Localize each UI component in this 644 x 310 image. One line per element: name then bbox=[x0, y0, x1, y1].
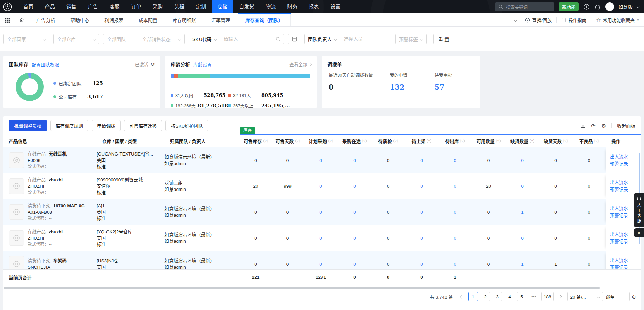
country-filter-select[interactable]: 全部国家 bbox=[3, 34, 49, 44]
value-cell-计划采购[interactable]: 0 bbox=[304, 199, 338, 225]
value-cell-待出库[interactable]: 0 bbox=[438, 173, 471, 199]
download-center-icon[interactable] bbox=[583, 3, 590, 10]
collapse-widget-button[interactable]: » bbox=[634, 228, 644, 237]
export-download-icon[interactable] bbox=[580, 123, 586, 128]
action-link-0[interactable]: 出入流水 bbox=[610, 179, 628, 186]
app-launcher-button[interactable] bbox=[0, 13, 14, 26]
value-cell-采购在途[interactable]: 0 bbox=[338, 147, 371, 173]
workspace-tab-1[interactable]: 帮助中心 bbox=[63, 13, 97, 26]
value-cell-待上架[interactable]: 0 bbox=[405, 251, 438, 269]
action-link-0[interactable]: 出入流水 bbox=[610, 257, 628, 264]
sku-search-input[interactable] bbox=[220, 34, 276, 44]
value-cell-待上架[interactable]: 0 bbox=[405, 199, 438, 225]
prev-page-button[interactable] bbox=[458, 296, 466, 298]
page-button-1[interactable]: 1 bbox=[468, 292, 478, 301]
collapse-panel-button[interactable]: 收起面板 bbox=[617, 122, 635, 129]
main-menu-item-10[interactable]: 自发货 bbox=[233, 0, 260, 13]
page-button-4[interactable]: 4 bbox=[505, 292, 514, 301]
page-button-5[interactable]: 5 bbox=[517, 292, 526, 301]
view-all-link[interactable]: 查看全部 bbox=[289, 61, 311, 67]
info-icon[interactable]: ? bbox=[362, 139, 367, 143]
toolbar-button-3[interactable]: 可售库存迁移 bbox=[124, 120, 162, 131]
workspace-tab-3[interactable]: 成本配置 bbox=[131, 13, 165, 26]
value-cell-缺货数量[interactable]: 0 bbox=[505, 147, 539, 173]
toolbar-button-0[interactable]: 批量调整货权 bbox=[9, 120, 47, 131]
main-menu-item-3[interactable]: 广告 bbox=[82, 0, 104, 13]
action-link-1[interactable]: 预警记录 bbox=[610, 238, 628, 245]
operation-guide-button[interactable]: 操作指南 bbox=[556, 17, 591, 23]
value-cell-缺货数量[interactable]: 1 bbox=[505, 251, 539, 269]
action-link-1[interactable]: 预警记录 bbox=[610, 186, 628, 193]
value-cell-待上架[interactable]: 0 bbox=[405, 147, 438, 173]
main-menu-item-9[interactable]: 仓储 bbox=[212, 0, 233, 13]
value-cell-缺货数量[interactable]: 1 bbox=[505, 199, 539, 225]
version-label[interactable]: 如意版 bbox=[618, 3, 633, 10]
main-menu-item-4[interactable]: 客服 bbox=[104, 0, 125, 13]
new-feature-button[interactable]: 新功能 bbox=[559, 2, 579, 11]
workspace-tab-4[interactable]: 库存明细账 bbox=[165, 13, 204, 26]
main-menu-item-14[interactable]: 设置 bbox=[325, 0, 346, 13]
main-menu-item-6[interactable]: 采购 bbox=[147, 0, 168, 13]
main-menu-item-12[interactable]: 财务 bbox=[281, 0, 303, 13]
config-team-permission-link[interactable]: 配置团队权限 bbox=[32, 61, 59, 68]
value-cell-待上架[interactable]: 0 bbox=[405, 173, 438, 199]
info-icon[interactable]: ? bbox=[393, 139, 398, 143]
warn-tag-filter-select[interactable]: 预警标签 bbox=[395, 34, 427, 44]
sku-type-select[interactable]: SKU代码 bbox=[189, 34, 220, 44]
value-cell-采购在途[interactable]: 0 bbox=[338, 251, 371, 269]
headset-support-icon[interactable] bbox=[594, 3, 601, 10]
gear-settings-icon[interactable]: ⚙ bbox=[601, 123, 606, 129]
info-icon[interactable]: ? bbox=[460, 139, 465, 143]
info-icon[interactable]: ? bbox=[563, 139, 568, 143]
info-icon[interactable]: ? bbox=[263, 139, 268, 143]
action-link-0[interactable]: 出入流水 bbox=[610, 231, 628, 238]
main-menu-item-13[interactable]: 报表 bbox=[303, 0, 325, 13]
team-filter-select[interactable]: 全部团队 bbox=[103, 34, 134, 44]
horizontal-scrollbar[interactable] bbox=[4, 287, 600, 289]
global-search-input[interactable]: 搜索关键词 bbox=[495, 2, 554, 11]
value-cell-计划采购[interactable]: 0 bbox=[304, 173, 338, 199]
action-link-1[interactable]: 预警记录 bbox=[610, 212, 628, 219]
action-link-0[interactable]: 出入流水 bbox=[610, 205, 628, 212]
warehouse-filter-select[interactable]: 全部仓库 bbox=[53, 34, 99, 44]
value-cell-采购在途[interactable]: 0 bbox=[338, 225, 371, 251]
info-icon[interactable]: ? bbox=[295, 139, 300, 143]
value-cell-缺货数量[interactable]: 0 bbox=[505, 225, 539, 251]
action-link-0[interactable]: 出入流水 bbox=[610, 153, 628, 160]
account-chevron-down-icon[interactable] bbox=[637, 5, 640, 8]
value-cell-待出库[interactable]: 0 bbox=[438, 225, 471, 251]
page-button-2[interactable]: 2 bbox=[481, 292, 490, 301]
workspace-tab-2[interactable]: 利润报表 bbox=[97, 13, 131, 26]
workspace-tab-6[interactable]: 库存查询（团队） bbox=[238, 13, 291, 26]
main-menu-item-11[interactable]: 物流 bbox=[260, 0, 281, 13]
value-cell-计划采购[interactable]: 0 bbox=[304, 147, 338, 173]
action-link-1[interactable]: 预警记录 bbox=[610, 264, 628, 269]
value-cell-待出库[interactable]: 0 bbox=[438, 251, 471, 269]
value-cell-采购在途[interactable]: 0 bbox=[338, 199, 371, 225]
info-icon[interactable]: ? bbox=[530, 139, 534, 143]
action-link-1[interactable]: 预警记录 bbox=[610, 160, 628, 167]
value-cell-待出库[interactable]: 0 bbox=[438, 199, 471, 225]
main-menu-item-8[interactable]: 定制 bbox=[190, 0, 212, 13]
live-replay-button[interactable]: 直播/回放 bbox=[520, 17, 556, 23]
page-size-select[interactable]: 20 条/... bbox=[567, 292, 603, 301]
app-logo-icon[interactable] bbox=[3, 2, 12, 11]
value-cell-缺货数量[interactable]: 0 bbox=[505, 173, 539, 199]
info-icon[interactable]: ? bbox=[427, 139, 431, 143]
value-cell-计划采购[interactable]: 0 bbox=[304, 251, 338, 269]
sale-status-filter-select[interactable]: 全部销售状态 bbox=[139, 34, 185, 44]
main-menu-item-5[interactable]: 订单 bbox=[125, 0, 147, 13]
batch-search-button[interactable] bbox=[288, 34, 300, 44]
main-menu-item-1[interactable]: 产品 bbox=[39, 0, 61, 13]
reset-button[interactable]: 重 置 bbox=[433, 34, 454, 44]
home-tab-button[interactable] bbox=[14, 13, 29, 26]
leader-type-select[interactable]: 团队负责人 bbox=[305, 34, 340, 44]
favorites-button[interactable]: ☆ 常用功能收藏夹 ▼ bbox=[591, 17, 644, 23]
info-icon[interactable]: ? bbox=[328, 139, 333, 143]
user-avatar[interactable] bbox=[605, 2, 614, 11]
leader-person-input[interactable] bbox=[340, 34, 380, 44]
page-button-188[interactable]: 188 bbox=[541, 292, 554, 301]
stock-age-setting-link[interactable]: 库龄设置 bbox=[193, 61, 212, 68]
customer-service-button[interactable]: 人工客服 bbox=[634, 193, 644, 227]
toolbar-button-2[interactable]: 申请调拨 bbox=[92, 120, 121, 131]
